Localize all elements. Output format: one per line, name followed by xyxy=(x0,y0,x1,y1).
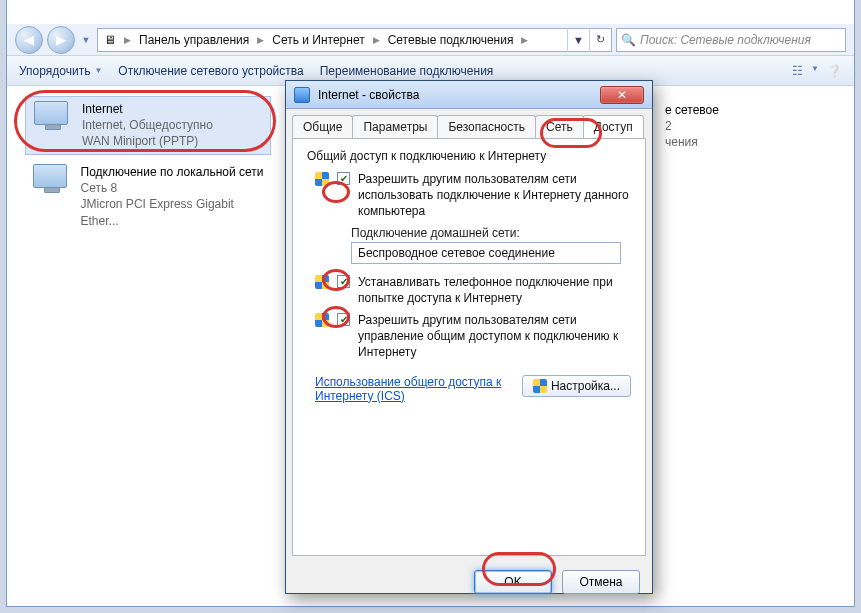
address-row: ◀ ▶ ▼ 🖥 ▶ Панель управления ▶ Сеть и Инт… xyxy=(7,24,854,56)
properties-dialog: Internet - свойства ✕ Общие Параметры Бе… xyxy=(285,80,653,594)
connection-item-lan[interactable]: Подключение по локальной сети Сеть 8 JMi… xyxy=(25,160,279,233)
disable-device-button[interactable]: Отключение сетевого устройства xyxy=(118,64,303,78)
chevron-down-icon: ▼ xyxy=(94,66,102,75)
organize-label: Упорядочить xyxy=(19,64,90,78)
tab-access-body: Общий доступ к подключению к Интернету ✔… xyxy=(292,138,646,556)
tab-general[interactable]: Общие xyxy=(292,115,353,138)
dialog-title: Internet - свойства xyxy=(318,88,592,102)
breadcrumb-item-0[interactable]: Панель управления xyxy=(133,29,255,51)
chevron-right-icon: ▶ xyxy=(122,35,133,45)
chevron-down-icon: ▼ xyxy=(811,64,819,78)
nav-history-dropdown[interactable]: ▼ xyxy=(79,30,93,50)
organize-menu[interactable]: Упорядочить ▼ xyxy=(19,64,102,78)
help-button[interactable]: ❔ xyxy=(827,64,842,78)
settings-button-label: Настройка... xyxy=(551,379,620,393)
search-placeholder: Поиск: Сетевые подключения xyxy=(640,33,811,47)
refresh-button[interactable]: ↻ xyxy=(589,28,611,52)
ok-button[interactable]: OK xyxy=(474,570,552,594)
connection-title: Internet xyxy=(82,101,213,117)
checkbox-allow-control[interactable]: ✔ xyxy=(337,313,350,326)
shield-icon xyxy=(315,275,329,289)
tab-network[interactable]: Сеть xyxy=(535,115,584,138)
checkbox-dial-on-demand[interactable]: ✔ xyxy=(337,275,350,288)
nav-back-button[interactable]: ◀ xyxy=(15,26,43,54)
breadcrumb-item-2[interactable]: Сетевые подключения xyxy=(382,29,520,51)
connection-device: JMicron PCI Express Gigabit Ether... xyxy=(81,196,273,228)
tab-params[interactable]: Параметры xyxy=(352,115,438,138)
breadcrumb[interactable]: 🖥 ▶ Панель управления ▶ Сеть и Интернет … xyxy=(97,28,612,52)
option-allow-control: ✔ Разрешить другим пользователям сети уп… xyxy=(315,312,631,361)
network-adapter-icon xyxy=(31,164,71,202)
settings-button[interactable]: Настройка... xyxy=(522,375,631,397)
rename-connection-button[interactable]: Переименование подключения xyxy=(320,64,494,78)
dialog-close-button[interactable]: ✕ xyxy=(600,86,644,104)
connection-subtitle: Internet, Общедоступно xyxy=(82,117,213,133)
search-input[interactable]: 🔍 Поиск: Сетевые подключения xyxy=(616,28,846,52)
cancel-button[interactable]: Отмена xyxy=(562,570,640,594)
chevron-right-icon: ▶ xyxy=(519,35,530,45)
connection-title: Подключение по локальной сети xyxy=(81,164,273,180)
search-icon: 🔍 xyxy=(621,33,636,47)
shield-icon xyxy=(533,379,547,393)
ics-help-link[interactable]: Использование общего доступа к Интернету… xyxy=(315,375,510,403)
dialog-icon xyxy=(294,87,310,103)
breadcrumb-item-1[interactable]: Сеть и Интернет xyxy=(266,29,370,51)
connection-item-clipped[interactable]: е сетевое 2 чения xyxy=(659,98,829,155)
home-network-label: Подключение домашней сети: xyxy=(351,226,631,240)
checkbox-allow-share[interactable]: ✔ xyxy=(337,172,350,185)
connection-subtitle: 2 xyxy=(665,118,719,134)
shield-icon xyxy=(315,313,329,327)
dialog-titlebar[interactable]: Internet - свойства ✕ xyxy=(286,81,652,109)
option-label: Разрешить другим пользователям сети испо… xyxy=(358,171,631,220)
chevron-right-icon: ▶ xyxy=(255,35,266,45)
tab-security[interactable]: Безопасность xyxy=(437,115,536,138)
address-dropdown-button[interactable]: ▼ xyxy=(567,28,589,52)
chevron-right-icon: ▶ xyxy=(371,35,382,45)
dialog-button-row: OK Отмена xyxy=(286,562,652,602)
section-title: Общий доступ к подключению к Интернету xyxy=(307,149,631,163)
network-adapter-icon xyxy=(32,101,72,139)
connection-subtitle: Сеть 8 xyxy=(81,180,273,196)
connection-item-internet[interactable]: Internet Internet, Общедоступно WAN Mini… xyxy=(25,96,271,155)
option-label: Устанавливать телефонное подключение при… xyxy=(358,274,631,306)
view-mode-button[interactable]: ☷ xyxy=(792,64,803,78)
home-network-select[interactable]: Беспроводное сетевое соединение xyxy=(351,242,621,264)
nav-forward-button[interactable]: ▶ xyxy=(47,26,75,54)
dialog-tabs: Общие Параметры Безопасность Сеть Доступ xyxy=(292,115,646,138)
option-dial-on-demand: ✔ Устанавливать телефонное подключение п… xyxy=(315,274,631,306)
connection-title: е сетевое xyxy=(665,102,719,118)
tab-access[interactable]: Доступ xyxy=(583,115,644,138)
connection-device: чения xyxy=(665,134,719,150)
option-label: Разрешить другим пользователям сети упра… xyxy=(358,312,631,361)
option-allow-share: ✔ Разрешить другим пользователям сети ис… xyxy=(315,171,631,220)
connection-device: WAN Miniport (PPTP) xyxy=(82,133,213,149)
shield-icon xyxy=(315,172,329,186)
breadcrumb-root-icon[interactable]: 🖥 xyxy=(98,29,122,51)
